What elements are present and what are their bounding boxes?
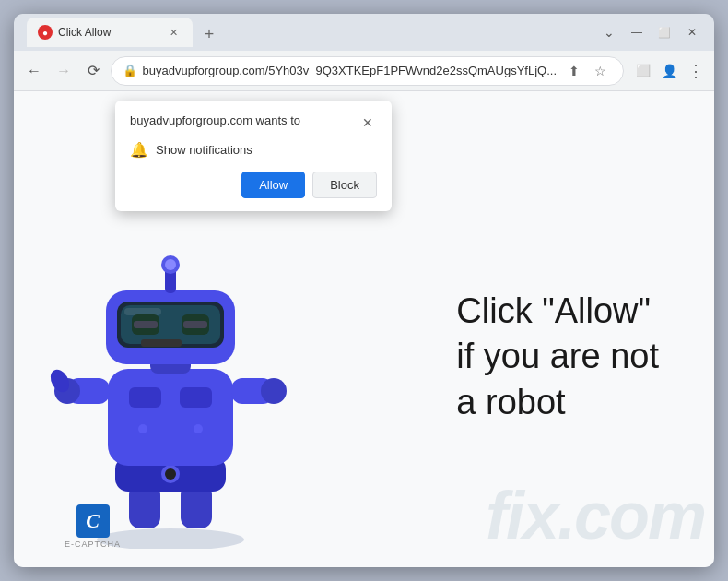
robot-illustration [41, 198, 299, 549]
tab-favicon: ● [38, 25, 53, 40]
active-tab[interactable]: ● Click Allow ✕ [27, 18, 193, 47]
tab-title: Click Allow [58, 26, 159, 39]
bookmark-icon[interactable]: ☆ [588, 59, 612, 83]
address-bar-row: ← → ⟳ 🔒 buyadvupforgroup.com/5Yh03v_9Q3X… [14, 51, 714, 91]
maximize-button[interactable]: ⬜ [652, 19, 677, 45]
back-button[interactable]: ← [21, 56, 47, 86]
page-content: buyadvupforgroup.com wants to ✕ 🔔 Show n… [14, 91, 714, 567]
share-icon[interactable]: ⬆ [562, 59, 586, 83]
menu-icon[interactable]: ⋮ [683, 59, 707, 83]
tabs-bar: ● Click Allow ✕ + [23, 18, 589, 47]
main-text-line1: Click "Allow" [456, 289, 659, 334]
main-text: Click "Allow" if you are not a robot [456, 289, 659, 425]
refresh-button[interactable]: ⟳ [80, 56, 106, 86]
address-icons: ⬆ ☆ [562, 59, 612, 83]
minimize-button[interactable]: — [624, 19, 650, 45]
popup-header: buyadvupforgroup.com wants to ✕ [130, 113, 377, 132]
svg-rect-17 [183, 321, 207, 328]
title-bar-controls: ⌄ — ⬜ ✕ [596, 19, 705, 45]
toolbar-icons: ⬜ 👤 ⋮ [631, 59, 707, 83]
tab-search-icon[interactable]: ⬜ [631, 59, 655, 83]
svg-rect-6 [108, 369, 233, 466]
ecaptcha-icon: C [76, 504, 110, 538]
svg-point-27 [138, 424, 147, 433]
allow-button[interactable]: Allow [241, 172, 305, 198]
lock-icon: 🔒 [123, 64, 137, 77]
popup-buttons: Allow Block [130, 172, 377, 198]
title-bar: ● Click Allow ✕ + ⌄ — ⬜ ✕ [14, 14, 714, 51]
svg-rect-7 [129, 387, 161, 408]
address-text: buyadvupforgroup.com/5Yh03v_9Q3XTKEpF1PF… [143, 64, 557, 77]
close-button[interactable]: ✕ [679, 19, 705, 45]
svg-rect-16 [134, 321, 158, 328]
ecaptcha-logo-area: C E-CAPTCHA [65, 504, 121, 549]
svg-rect-13 [124, 308, 161, 315]
svg-point-28 [194, 424, 203, 433]
svg-rect-26 [141, 339, 182, 347]
svg-point-25 [261, 378, 287, 404]
watermark: fix.com [486, 482, 705, 549]
main-text-line2: if you are not [456, 334, 659, 379]
address-box[interactable]: 🔒 buyadvupforgroup.com/5Yh03v_9Q3XTKEpF1… [111, 56, 624, 86]
popup-title: buyadvupforgroup.com wants to [130, 113, 351, 127]
popup-notification-text: Show notifications [156, 143, 252, 157]
popup-notification-row: 🔔 Show notifications [130, 141, 377, 159]
bell-icon: 🔔 [130, 141, 148, 159]
block-button[interactable]: Block [312, 172, 377, 198]
svg-point-5 [165, 468, 176, 480]
main-text-line3: a robot [456, 379, 659, 424]
new-tab-button[interactable]: + [196, 21, 222, 47]
svg-point-20 [165, 259, 176, 270]
tab-close-button[interactable]: ✕ [165, 24, 182, 41]
profile-icon[interactable]: 👤 [657, 59, 681, 83]
chevron-down-icon[interactable]: ⌄ [596, 19, 622, 45]
notification-popup: buyadvupforgroup.com wants to ✕ 🔔 Show n… [115, 101, 392, 211]
forward-button[interactable]: → [51, 56, 76, 86]
svg-rect-8 [180, 387, 212, 408]
popup-close-button[interactable]: ✕ [358, 113, 377, 132]
browser-window: ● Click Allow ✕ + ⌄ — ⬜ ✕ ← → ⟳ 🔒 buyadv… [14, 14, 714, 567]
ecaptcha-text: E-CAPTCHA [65, 540, 121, 549]
